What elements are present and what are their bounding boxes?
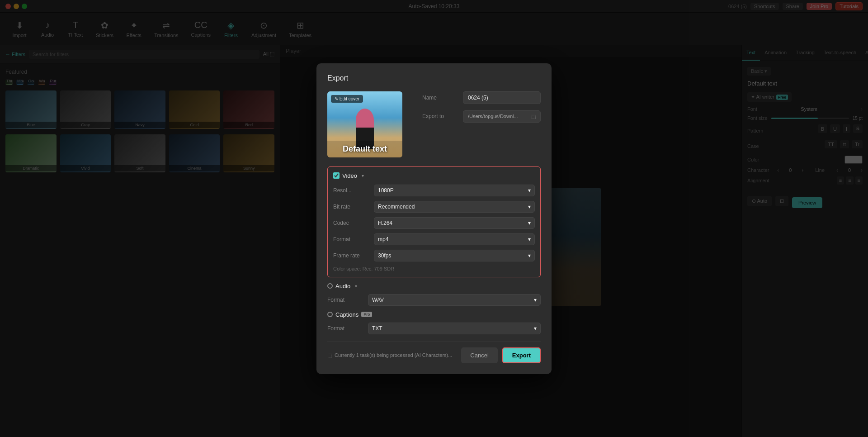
format-label: Format: [333, 236, 374, 242]
captions-section-title: Captions: [335, 311, 359, 318]
color-space-note: Color space: Rec. 709 SDR: [333, 266, 535, 271]
captions-format-row: Format TXT ▾: [327, 323, 541, 334]
processing-text-area: ⬚ Currently 1 task(s) being processed (A…: [327, 352, 452, 358]
codec-arrow: ▾: [528, 220, 531, 226]
format-select[interactable]: mp4 ▾: [374, 233, 535, 245]
framerate-label: Frame rate: [333, 252, 374, 259]
name-input[interactable]: [463, 91, 541, 104]
cancel-button[interactable]: Cancel: [461, 347, 497, 363]
bitrate-select[interactable]: Recommended ▾: [374, 201, 535, 213]
video-section-header: Video ▾: [333, 172, 535, 179]
export-path-selector[interactable]: /Users/topgus/Downl... ⬚: [463, 110, 541, 123]
bitrate-arrow: ▾: [528, 204, 531, 210]
captions-section: Captions Pro Format TXT ▾: [327, 311, 541, 334]
preview-text-overlay: Default text: [327, 141, 402, 157]
audio-format-row: Format WAV ▾: [327, 294, 541, 306]
audio-section: Audio ▾ Format WAV ▾: [327, 283, 541, 306]
resolution-value: 1080P: [378, 187, 394, 194]
codec-select[interactable]: H.264 ▾: [374, 217, 535, 229]
codec-label: Codec: [333, 220, 374, 226]
audio-format-select[interactable]: WAV ▾: [368, 294, 541, 306]
format-arrow: ▾: [528, 236, 531, 242]
audio-section-arrow: ▾: [355, 284, 357, 289]
framerate-arrow: ▾: [528, 252, 531, 259]
captions-format-arrow: ▾: [534, 325, 537, 332]
captions-format-label: Format: [327, 325, 368, 332]
captions-format-select[interactable]: TXT ▾: [368, 323, 541, 334]
name-label: Name: [422, 95, 463, 101]
name-row: Name: [422, 91, 541, 104]
audio-section-title: Audio: [335, 283, 350, 290]
framerate-select[interactable]: 30fps ▾: [374, 250, 535, 261]
video-section-arrow: ▾: [362, 173, 364, 178]
bitrate-label: Bit rate: [333, 204, 374, 210]
audio-section-header: Audio ▾: [327, 283, 541, 290]
codec-value: H.264: [378, 220, 392, 226]
audio-format-value: WAV: [372, 297, 384, 303]
export-form: Name Export to /Users/topgus/Downl... ⬚: [422, 91, 541, 159]
processing-text: Currently 1 task(s) being processed (AI …: [335, 352, 452, 358]
resolution-row: Resol... 1080P ▾: [333, 185, 535, 196]
format-value: mp4: [378, 236, 388, 242]
captions-pro-badge: Pro: [361, 312, 372, 317]
video-checkbox[interactable]: [333, 172, 340, 179]
video-section-title: Video: [342, 172, 357, 179]
captions-section-header: Captions Pro: [327, 311, 541, 318]
bitrate-row: Bit rate Recommended ▾: [333, 201, 535, 213]
export-to-label: Export to: [422, 113, 463, 119]
audio-dot: [327, 283, 333, 289]
export-path-text: /Users/topgus/Downl...: [468, 114, 518, 119]
format-row: Format mp4 ▾: [333, 233, 535, 245]
resolution-arrow: ▾: [528, 187, 531, 194]
edit-cover-button[interactable]: ✎ Edit cover: [331, 95, 363, 103]
video-section: Video ▾ Resol... 1080P ▾ Bit rate Recomm…: [327, 166, 541, 277]
resolution-label: Resol...: [333, 187, 374, 194]
audio-format-arrow: ▾: [534, 297, 537, 303]
modal-footer: ⬚ Currently 1 task(s) being processed (A…: [327, 342, 541, 363]
export-modal: Export Default text ✎ Edit cover Name: [316, 63, 552, 374]
bitrate-value: Recommended: [378, 204, 415, 210]
framerate-value: 30fps: [378, 252, 391, 259]
export-to-row: Export to /Users/topgus/Downl... ⬚: [422, 110, 541, 123]
resolution-select[interactable]: 1080P ▾: [374, 185, 535, 196]
modal-overlay: Export Default text ✎ Edit cover Name: [0, 0, 868, 437]
captions-format-value: TXT: [372, 325, 382, 332]
processing-icon: ⬚: [327, 352, 332, 358]
modal-top-section: Default text ✎ Edit cover Name Export to…: [327, 91, 541, 159]
captions-dot: [327, 312, 333, 317]
framerate-row: Frame rate 30fps ▾: [333, 250, 535, 261]
export-modal-title: Export: [327, 74, 541, 82]
folder-icon[interactable]: ⬚: [531, 114, 536, 119]
export-preview: Default text ✎ Edit cover: [327, 91, 402, 157]
audio-format-label: Format: [327, 297, 368, 303]
codec-row: Codec H.264 ▾: [333, 217, 535, 229]
export-button[interactable]: Export: [502, 347, 541, 363]
modal-buttons: Cancel Export: [461, 347, 541, 363]
